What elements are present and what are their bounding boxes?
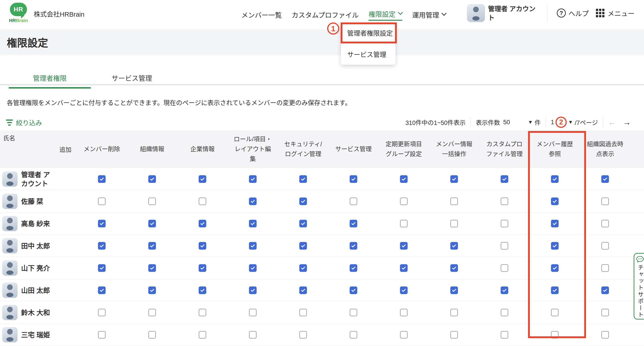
checkbox-unchecked[interactable] (450, 331, 458, 338)
checkbox-unchecked[interactable] (501, 220, 508, 227)
checkbox-checked[interactable] (400, 286, 408, 294)
checkbox-checked[interactable] (551, 242, 558, 250)
checkbox-unchecked[interactable] (601, 331, 609, 338)
checkbox-checked[interactable] (450, 242, 458, 250)
checkbox-unchecked[interactable] (501, 242, 508, 250)
checkbox-unchecked[interactable] (501, 331, 508, 338)
nav-item-メンバー一覧[interactable]: メンバー一覧 (241, 10, 282, 20)
checkbox-checked[interactable] (350, 175, 357, 183)
checkbox-checked[interactable] (601, 175, 609, 183)
checkbox-checked[interactable] (98, 220, 106, 227)
checkbox-checked[interactable] (148, 242, 156, 250)
checkbox-unchecked[interactable] (98, 331, 106, 338)
checkbox-unchecked[interactable] (148, 331, 156, 338)
checkbox-checked[interactable] (299, 264, 307, 272)
checkbox-unchecked[interactable] (148, 198, 156, 205)
checkbox-checked[interactable] (199, 175, 206, 183)
nav-item-カスタムプロファイル[interactable]: カスタムプロファイル (292, 10, 359, 20)
checkbox-checked[interactable] (299, 242, 307, 250)
checkbox-checked[interactable] (400, 175, 408, 183)
checkbox-unchecked[interactable] (148, 309, 156, 316)
user-avatar[interactable] (467, 4, 485, 22)
checkbox-unchecked[interactable] (350, 309, 357, 316)
checkbox-checked[interactable] (98, 242, 106, 250)
checkbox-unchecked[interactable] (601, 264, 609, 272)
checkbox-unchecked[interactable] (98, 198, 106, 205)
checkbox-unchecked[interactable] (350, 331, 357, 338)
current-page[interactable]: 1 (551, 119, 554, 126)
checkbox-unchecked[interactable] (601, 220, 609, 227)
chat-support-button[interactable]: チャットサポート (634, 253, 644, 320)
checkbox-checked[interactable] (249, 286, 256, 294)
checkbox-unchecked[interactable] (400, 331, 408, 338)
app-menu-button[interactable]: メニュー (596, 8, 634, 18)
checkbox-checked[interactable] (299, 198, 307, 205)
checkbox-checked[interactable] (249, 242, 256, 250)
next-page-arrow-icon[interactable]: → (623, 118, 631, 127)
prev-page-arrow-icon[interactable]: ← (608, 118, 616, 127)
checkbox-unchecked[interactable] (199, 331, 206, 338)
checkbox-unchecked[interactable] (450, 220, 458, 227)
page-dropdown-arrow-icon[interactable]: ▼ (568, 119, 573, 125)
checkbox-unchecked[interactable] (400, 309, 408, 316)
tab-service-management[interactable]: サービス管理 (91, 73, 173, 84)
checkbox-unchecked[interactable] (450, 198, 458, 205)
checkbox-unchecked[interactable] (601, 309, 609, 316)
checkbox-unchecked[interactable] (400, 220, 408, 227)
checkbox-unchecked[interactable] (199, 309, 206, 316)
checkbox-checked[interactable] (350, 220, 357, 227)
checkbox-checked[interactable] (450, 264, 458, 272)
checkbox-checked[interactable] (400, 264, 408, 272)
checkbox-checked[interactable] (199, 286, 206, 294)
checkbox-checked[interactable] (148, 220, 156, 227)
checkbox-checked[interactable] (501, 175, 508, 183)
filter-button[interactable]: 絞り込み (6, 118, 42, 127)
checkbox-unchecked[interactable] (551, 309, 558, 316)
checkbox-unchecked[interactable] (400, 198, 408, 205)
checkbox-checked[interactable] (98, 286, 106, 294)
hrbrain-logo-icon[interactable]: HR HRBrain (8, 3, 29, 26)
checkbox-checked[interactable] (551, 220, 558, 227)
checkbox-checked[interactable] (199, 264, 206, 272)
checkbox-unchecked[interactable] (350, 198, 357, 205)
checkbox-unchecked[interactable] (501, 309, 508, 316)
checkbox-checked[interactable] (501, 286, 508, 294)
checkbox-checked[interactable] (249, 198, 256, 205)
checkbox-checked[interactable] (98, 175, 106, 183)
checkbox-unchecked[interactable] (601, 242, 609, 250)
checkbox-unchecked[interactable] (501, 264, 508, 272)
checkbox-checked[interactable] (199, 242, 206, 250)
checkbox-checked[interactable] (249, 220, 256, 227)
checkbox-checked[interactable] (551, 198, 558, 205)
dropdown-item-管理者権限設定[interactable]: 管理者権限設定 (341, 22, 396, 43)
checkbox-unchecked[interactable] (551, 331, 558, 338)
checkbox-checked[interactable] (450, 175, 458, 183)
checkbox-unchecked[interactable] (299, 331, 307, 338)
checkbox-checked[interactable] (350, 264, 357, 272)
checkbox-unchecked[interactable] (199, 198, 206, 205)
checkbox-checked[interactable] (350, 242, 357, 250)
checkbox-unchecked[interactable] (299, 309, 307, 316)
dropdown-item-サービス管理[interactable]: サービス管理 (341, 43, 396, 65)
checkbox-unchecked[interactable] (249, 309, 256, 316)
checkbox-checked[interactable] (148, 175, 156, 183)
per-page-value[interactable]: 50 (503, 119, 510, 126)
checkbox-unchecked[interactable] (501, 198, 508, 205)
checkbox-checked[interactable] (249, 175, 256, 183)
checkbox-unchecked[interactable] (450, 309, 458, 316)
checkbox-checked[interactable] (551, 175, 558, 183)
checkbox-unchecked[interactable] (98, 309, 106, 316)
checkbox-checked[interactable] (299, 220, 307, 227)
checkbox-checked[interactable] (299, 286, 307, 294)
checkbox-checked[interactable] (98, 264, 106, 272)
per-page-dropdown-arrow-icon[interactable]: ▼ (528, 119, 533, 125)
nav-item-運用管理[interactable]: 運用管理 (412, 10, 446, 20)
checkbox-checked[interactable] (299, 175, 307, 183)
checkbox-unchecked[interactable] (249, 331, 256, 338)
checkbox-checked[interactable] (249, 264, 256, 272)
checkbox-checked[interactable] (400, 242, 408, 250)
tab-admin-permissions[interactable]: 管理者権限 (9, 73, 91, 84)
checkbox-checked[interactable] (148, 286, 156, 294)
checkbox-checked[interactable] (350, 286, 357, 294)
nav-item-権限設定[interactable]: 権限設定 (368, 9, 402, 21)
